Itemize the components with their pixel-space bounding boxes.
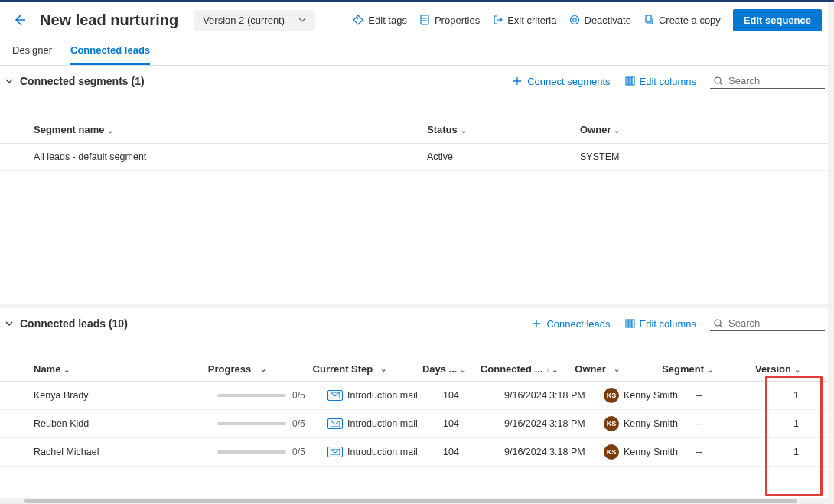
- lead-days: 104: [443, 447, 504, 457]
- col-segment-name[interactable]: Segment name⌄: [34, 124, 427, 135]
- col-status[interactable]: Status⌄: [427, 124, 580, 135]
- segments-search[interactable]: [710, 73, 825, 89]
- edit-tags-link[interactable]: Edit tags: [353, 15, 407, 26]
- columns-icon: [624, 318, 635, 329]
- svg-rect-10: [632, 320, 634, 327]
- lead-progress: 0/5: [217, 447, 327, 457]
- exit-criteria-link[interactable]: Exit criteria: [492, 15, 556, 26]
- lead-connected: 9/16/2024 3:18 PM: [504, 390, 604, 401]
- lead-owner: KSKenny Smith: [604, 388, 696, 403]
- avatar: KS: [604, 444, 619, 460]
- svg-point-11: [715, 320, 721, 326]
- columns-icon: [624, 76, 635, 86]
- svg-point-7: [715, 77, 721, 83]
- exit-icon: [492, 15, 503, 25]
- version-label: Version 2 (current): [203, 15, 285, 26]
- vertical-scrollbar[interactable]: [828, 2, 834, 498]
- leads-table: Name⌄ Progress⌄ Current Step⌄ Days ...⌄ …: [0, 357, 834, 467]
- page-title: New lead nurturing: [40, 11, 178, 29]
- edit-columns-segments[interactable]: Edit columns: [624, 76, 696, 87]
- lead-step: Introduction mail: [327, 418, 443, 429]
- search-icon: [713, 76, 724, 86]
- properties-link[interactable]: Properties: [419, 15, 480, 26]
- lead-owner: KSKenny Smith: [604, 444, 696, 460]
- svg-rect-0: [421, 15, 428, 24]
- edit-columns-leads[interactable]: Edit columns: [624, 318, 696, 330]
- lead-connected: 9/16/2024 3:18 PM: [504, 418, 604, 429]
- version-dropdown[interactable]: Version 2 (current): [194, 10, 315, 31]
- leads-search[interactable]: [710, 316, 825, 331]
- svg-rect-4: [626, 77, 628, 85]
- col-current-step[interactable]: Current Step⌄: [313, 363, 422, 375]
- col-name[interactable]: Name⌄: [34, 363, 208, 375]
- svg-rect-8: [626, 320, 628, 327]
- lead-name: Rachel Michael: [34, 447, 217, 457]
- chevron-down-icon[interactable]: [5, 319, 14, 328]
- chevron-down-icon: [298, 16, 306, 24]
- lead-row[interactable]: Reuben Kidd0/5Introduction mail1049/16/2…: [0, 410, 834, 438]
- chevron-down-icon: ⌄: [614, 126, 620, 135]
- leads-search-input[interactable]: [728, 317, 822, 329]
- create-copy-link[interactable]: Create a copy: [643, 15, 721, 26]
- avatar: KS: [604, 388, 619, 403]
- segments-header-row: Segment name⌄ Status⌄ Owner⌄: [0, 116, 834, 144]
- col-segment[interactable]: Segment⌄: [662, 363, 751, 375]
- connect-leads-link[interactable]: Connect leads: [531, 318, 610, 330]
- tab-connected-leads[interactable]: Connected leads: [70, 38, 150, 65]
- avatar: KS: [604, 416, 619, 431]
- lead-version: 1: [789, 390, 800, 401]
- col-progress[interactable]: Progress⌄: [208, 363, 313, 375]
- leads-actions: Connect leads Edit columns: [531, 316, 825, 331]
- lead-step: Introduction mail: [327, 447, 443, 457]
- segments-title: Connected segments (1): [20, 75, 145, 87]
- leads-header-row: Name⌄ Progress⌄ Current Step⌄ Days ...⌄ …: [0, 357, 834, 382]
- lead-segment: --: [696, 390, 789, 401]
- col-owner[interactable]: Owner⌄: [575, 363, 662, 375]
- lead-segment: --: [696, 418, 789, 429]
- col-owner[interactable]: Owner⌄: [580, 124, 800, 135]
- deactivate-icon: [569, 15, 580, 25]
- search-icon: [713, 318, 724, 329]
- edit-sequence-button[interactable]: Edit sequence: [733, 9, 822, 31]
- properties-icon: [419, 15, 430, 25]
- lead-connected: 9/16/2024 3:18 PM: [504, 447, 604, 457]
- horizontal-scrollbar[interactable]: [0, 498, 834, 504]
- plus-icon: [531, 318, 542, 329]
- svg-rect-5: [629, 77, 631, 85]
- leads-title: Connected leads (10): [20, 317, 128, 330]
- tag-icon: [353, 15, 363, 25]
- lead-days: 104: [443, 390, 504, 401]
- chevron-down-icon[interactable]: [5, 76, 14, 86]
- svg-rect-9: [629, 320, 631, 327]
- sort-down-icon: ↓ ⌄: [546, 366, 558, 374]
- lead-version: 1: [789, 418, 800, 429]
- segment-row[interactable]: All leads - default segment Active SYSTE…: [0, 144, 834, 171]
- col-version[interactable]: Version⌄: [751, 363, 800, 375]
- leads-header: Connected leads (10) Connect leads Edit …: [0, 308, 834, 339]
- svg-rect-2: [573, 18, 576, 21]
- col-connected[interactable]: Connected ...↓ ⌄: [481, 363, 575, 375]
- svg-rect-6: [632, 77, 634, 85]
- svg-point-1: [570, 16, 578, 24]
- deactivate-link[interactable]: Deactivate: [569, 15, 631, 26]
- lead-days: 104: [443, 418, 504, 429]
- tabs: Designer Connected leads: [0, 38, 834, 66]
- plus-icon: [512, 76, 523, 86]
- lead-progress: 0/5: [217, 390, 327, 401]
- tab-designer[interactable]: Designer: [12, 38, 52, 65]
- lead-row[interactable]: Rachel Michael0/5Introduction mail1049/1…: [0, 438, 834, 467]
- top-actions: Edit tags Properties Exit criteria Deact…: [353, 9, 822, 31]
- lead-version: 1: [789, 447, 800, 457]
- connect-segments-link[interactable]: Connect segments: [512, 76, 610, 87]
- segments-search-input[interactable]: [728, 75, 822, 86]
- segments-table: Segment name⌄ Status⌄ Owner⌄ All leads -…: [0, 116, 834, 171]
- chevron-down-icon: ⌄: [461, 126, 467, 135]
- lead-step: Introduction mail: [327, 390, 443, 401]
- lead-name: Reuben Kidd: [34, 418, 217, 429]
- lead-row[interactable]: Kenya Brady0/5Introduction mail1049/16/2…: [0, 382, 834, 410]
- segments-header: Connected segments (1) Connect segments …: [0, 66, 834, 96]
- copy-icon: [643, 15, 654, 25]
- svg-rect-3: [646, 15, 651, 22]
- col-days[interactable]: Days ...⌄: [422, 363, 481, 375]
- back-icon[interactable]: [12, 12, 28, 28]
